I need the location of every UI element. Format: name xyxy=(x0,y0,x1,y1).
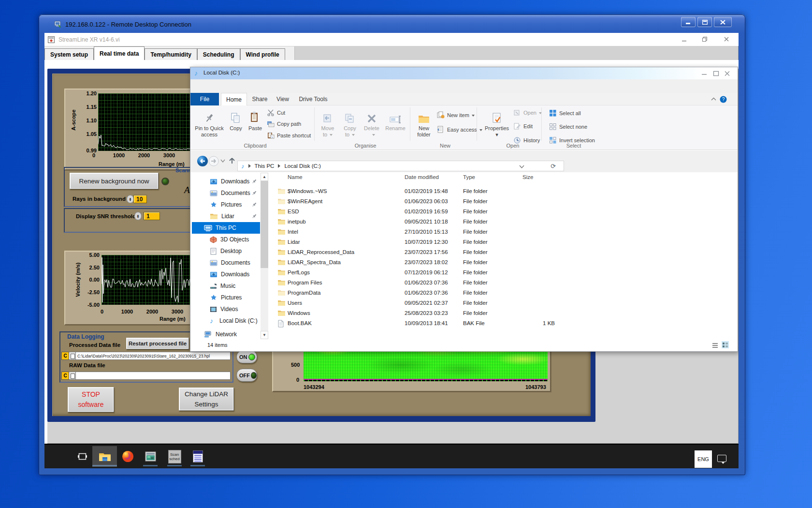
scrollbar-down-arrow[interactable]: ▼ xyxy=(261,331,268,339)
ribbon-collapse-chevron[interactable] xyxy=(711,97,716,101)
stop-software-button[interactable]: STOPsoftware xyxy=(68,387,114,412)
rdp-maximize-button[interactable] xyxy=(697,17,712,27)
raw-path-field[interactable] xyxy=(76,372,231,380)
ribbon-tab-share[interactable]: Share xyxy=(249,93,271,105)
snr-value[interactable]: 1 xyxy=(144,212,160,220)
edit-button[interactable]: Edit xyxy=(513,123,533,130)
sidebar-item-videos[interactable]: Videos xyxy=(192,303,260,315)
history-dropdown-chevron[interactable] xyxy=(220,159,225,163)
rdp-close-button[interactable] xyxy=(714,17,732,27)
select-all-button[interactable]: Select all xyxy=(549,109,581,117)
sidebar-item-pictures[interactable]: Pictures xyxy=(192,199,260,210)
back-button[interactable] xyxy=(197,155,208,167)
sidebar-item-local-disk-c-[interactable]: ♪Local Disk (C:) xyxy=(192,315,260,327)
select-none-button[interactable]: Select none xyxy=(549,123,587,130)
sidebar-item-documents[interactable]: Documents xyxy=(192,257,260,269)
move-to-button[interactable]: Moveto xyxy=(317,107,338,138)
tab-scheduling[interactable]: Scheduling xyxy=(197,48,240,60)
address-dropdown-chevron[interactable] xyxy=(519,164,524,169)
details-view-toggle[interactable] xyxy=(722,341,729,348)
column-header-size[interactable]: Size xyxy=(522,174,533,180)
ribbon-tab-view[interactable]: View xyxy=(272,93,293,105)
file-row[interactable]: $WinREAgent01/06/2023 06:03File folder xyxy=(271,197,737,207)
refresh-icon[interactable]: ⟳ xyxy=(551,163,556,170)
sidebar-item-downloads[interactable]: Downloads xyxy=(192,269,260,280)
file-row[interactable]: Users09/05/2021 02:37File folder xyxy=(271,299,737,309)
up-button[interactable] xyxy=(228,156,236,165)
delete-button[interactable]: Delete xyxy=(361,107,383,138)
taskbar-labview-app[interactable] xyxy=(141,446,160,467)
paste-shortcut-button[interactable]: Paste shortcut xyxy=(267,132,311,139)
copy-to-button[interactable]: Copyto xyxy=(339,107,361,138)
easy-access-button[interactable]: Easy access xyxy=(437,126,482,133)
sidebar-scrollbar[interactable]: ▲ ▼ xyxy=(261,173,268,339)
renew-background-button[interactable]: Renew background now xyxy=(70,173,159,189)
streamline-minimize-button[interactable] xyxy=(682,36,687,42)
task-view-button[interactable] xyxy=(74,446,90,467)
column-header-name[interactable]: Name xyxy=(288,174,303,180)
rays-spinner[interactable]: ▲▼ xyxy=(127,195,134,203)
explorer-minimize-button[interactable] xyxy=(701,70,708,76)
paste-button[interactable]: Paste xyxy=(246,107,265,138)
file-row[interactable]: ProgramData01/06/2023 07:36File folder xyxy=(271,288,737,299)
list-view-toggle[interactable] xyxy=(712,342,718,348)
properties-button[interactable]: Properties▾ xyxy=(484,107,509,138)
sidebar-item-3d-objects[interactable]: 3D Objects xyxy=(192,234,260,245)
file-row[interactable]: LiDAR_Reprocessed_Data23/07/2023 17:56Fi… xyxy=(271,248,737,258)
streamline-titlebar[interactable]: StreamLine XR v14-6.vi xyxy=(44,33,739,46)
sidebar-item-desktop[interactable]: Desktop xyxy=(192,245,260,257)
pin-to-quick-access-button[interactable]: Pin to Quickaccess xyxy=(194,107,224,138)
explorer-close-button[interactable] xyxy=(724,70,730,76)
sidebar-item-music[interactable]: Music xyxy=(192,280,260,292)
copy-path-button[interactable]: WCopy path xyxy=(267,120,301,127)
tab-wind-profile[interactable]: Wind profile xyxy=(240,48,285,60)
cut-button[interactable]: Cut xyxy=(267,109,285,116)
rdp-titlebar[interactable]: 192.168.0.122 - Remote Desktop Connectio… xyxy=(54,19,191,30)
taskbar-firefox[interactable] xyxy=(118,446,137,467)
forward-button[interactable] xyxy=(208,156,219,166)
breadcrumb-local-disk[interactable]: Local Disk (C:) xyxy=(284,163,320,169)
file-row[interactable]: $Windows.~WS01/02/2019 15:48File folder xyxy=(271,187,737,197)
file-row[interactable]: inetpub09/05/2021 10:18File folder xyxy=(271,217,737,227)
new-folder-button[interactable]: Newfolder xyxy=(413,107,435,138)
sidebar-item-pictures[interactable]: Pictures xyxy=(192,292,260,303)
sidebar-item-this-pc[interactable]: This PC xyxy=(192,222,260,234)
ribbon-tab-home[interactable]: Home xyxy=(221,93,247,105)
address-field[interactable]: ♪ This PC Local Disk (C:) ⟳ xyxy=(237,161,564,171)
scrollbar-thumb[interactable] xyxy=(261,181,268,268)
snr-spinner[interactable]: ▲▼ xyxy=(134,212,142,220)
column-header-date-modified[interactable]: Date modified xyxy=(405,174,439,180)
change-lidar-button[interactable]: Change LiDARSettings xyxy=(179,388,234,411)
rdp-minimize-button[interactable] xyxy=(681,17,696,27)
taskbar-week-schedule[interactable] xyxy=(188,446,207,467)
raw-off-toggle[interactable]: OFF xyxy=(236,369,257,382)
streamline-restore-button[interactable] xyxy=(702,36,708,42)
file-row[interactable]: Lidar10/07/2019 12:30File folder xyxy=(271,238,737,248)
new-item-button[interactable]: New item xyxy=(437,111,475,119)
file-row[interactable]: Program Files01/06/2023 07:36File folder xyxy=(271,278,737,288)
notification-icon[interactable] xyxy=(717,455,726,462)
copy-button[interactable]: Copy xyxy=(226,107,246,138)
help-icon[interactable]: ? xyxy=(720,96,727,103)
rename-button[interactable]: Rename xyxy=(384,107,407,138)
explorer-maximize-button[interactable] xyxy=(713,70,719,76)
breadcrumb-this-pc[interactable]: This PC xyxy=(255,163,275,169)
streamline-close-button[interactable] xyxy=(724,36,729,42)
sidebar-item-network[interactable]: Network xyxy=(192,329,260,340)
processed-on-toggle[interactable]: ON xyxy=(236,350,257,363)
scrollbar-up-arrow[interactable]: ▲ xyxy=(261,173,268,181)
ribbon-tab-drive-tools[interactable]: Drive Tools xyxy=(295,93,331,105)
taskbar-scan-scheduler[interactable]: Scansched xyxy=(165,446,184,467)
sidebar-item-documents[interactable]: Documents xyxy=(192,187,260,199)
sidebar-item-lidar[interactable]: Lidar xyxy=(192,210,260,222)
processed-drive-letter[interactable]: C xyxy=(61,352,69,360)
file-row[interactable]: Boot.BAK10/09/2013 18:41BAK File1 KB xyxy=(271,319,737,329)
processed-path-field[interactable]: C:\Lidar\Data\Proc\2023\202309\20230915\… xyxy=(76,352,231,360)
column-header-type[interactable]: Type xyxy=(463,174,475,180)
sidebar-item-downloads[interactable]: Downloads xyxy=(192,176,260,187)
tab-system-setup[interactable]: System setup xyxy=(44,48,94,60)
explorer-titlebar[interactable]: ♪ Local Disk (C:) xyxy=(190,67,738,79)
file-row[interactable]: PerfLogs07/12/2019 06:12File folder xyxy=(271,268,737,278)
taskbar-file-explorer[interactable] xyxy=(92,446,117,467)
open-button[interactable]: Open xyxy=(513,109,542,116)
